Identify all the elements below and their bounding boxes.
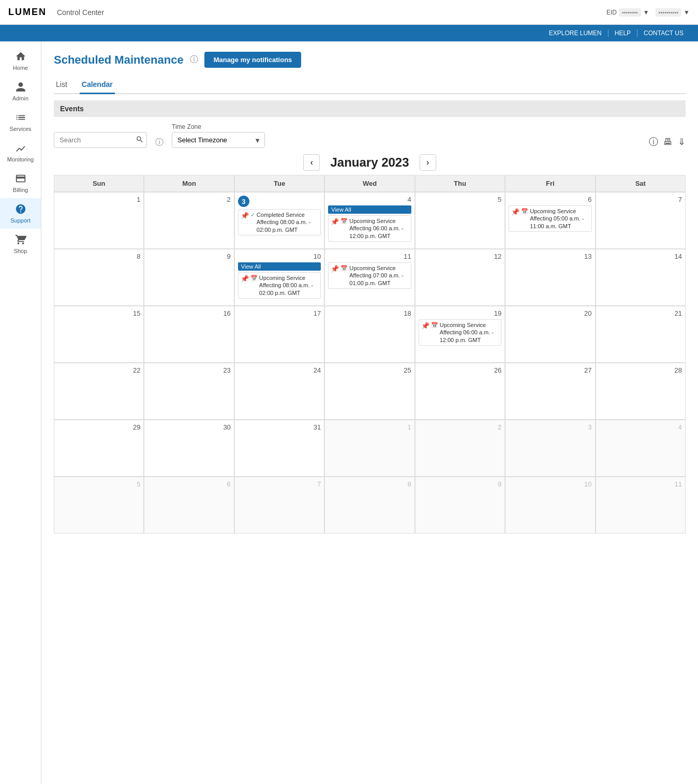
home-icon xyxy=(15,51,26,63)
calendar-cell: 10View All📌📅Upcoming Service Affecting 0… xyxy=(234,249,324,306)
sidebar-item-label: Services xyxy=(9,126,31,132)
day-number: 13 xyxy=(509,253,591,260)
prev-month-button[interactable]: ‹ xyxy=(303,154,320,171)
calendar-cell: 23 xyxy=(144,363,234,420)
timezone-select-wrap: Select Timezone ▼ xyxy=(172,132,265,148)
timezone-label: Time Zone xyxy=(172,123,265,130)
calendar-month-title: January 2023 xyxy=(330,155,409,170)
help-icon-button[interactable]: ⓘ xyxy=(649,136,658,148)
day-number: 9 xyxy=(419,480,501,488)
calendar-event[interactable]: 📌✓Completed Service Affecting 08:00 a.m.… xyxy=(238,209,321,235)
sidebar-item-label: Home xyxy=(13,65,28,71)
calendar-cell: 7 xyxy=(596,192,686,249)
view-all-button[interactable]: View All xyxy=(328,205,411,214)
day-number: 5 xyxy=(419,196,501,203)
layout: Home Admin Services Monitoring Billing xyxy=(0,41,698,784)
calendar-day-header: Sat xyxy=(596,175,686,192)
sidebar-item-billing[interactable]: Billing xyxy=(0,168,41,198)
calendar-week: 123📌✓Completed Service Affecting 08:00 a… xyxy=(54,192,686,249)
calendar-cell: 5 xyxy=(415,192,505,249)
calendar-cell: 7 xyxy=(234,477,324,534)
sidebar-item-monitoring[interactable]: Monitoring xyxy=(0,137,41,168)
pin-icon: 📌 xyxy=(241,212,249,219)
event-text: Upcoming Service Affecting 05:00 a.m. - … xyxy=(530,208,589,230)
calendar-cell: 14 xyxy=(596,249,686,306)
calendar-cell: 1 xyxy=(324,420,414,477)
help-circle-icon[interactable]: ⓘ xyxy=(190,54,198,65)
day-number: 11 xyxy=(328,253,411,260)
tab-calendar[interactable]: Calendar xyxy=(80,76,115,94)
calendar-cell: 18 xyxy=(324,306,414,363)
calendar-cell: 10 xyxy=(505,477,595,534)
calendar-cell: 27 xyxy=(505,363,595,420)
manage-notifications-button[interactable]: Manage my notifications xyxy=(204,52,302,68)
day-number: 15 xyxy=(57,309,140,317)
calendar-cell: 26 xyxy=(415,363,505,420)
calendar-day-header: Thu xyxy=(415,175,505,192)
search-button[interactable] xyxy=(136,135,144,145)
sidebar-item-shop[interactable]: Shop xyxy=(0,229,41,259)
sidebar-item-services[interactable]: Services xyxy=(0,107,41,137)
calendar-cell: 3📌✓Completed Service Affecting 08:00 a.m… xyxy=(234,192,324,249)
info-icon-button[interactable]: ⓘ xyxy=(155,137,164,148)
sidebar-item-admin[interactable]: Admin xyxy=(0,76,41,107)
day-number: 9 xyxy=(147,253,230,260)
logo: LUMEN xyxy=(8,7,47,18)
account-block[interactable]: •••••••••• ▼ xyxy=(656,8,690,17)
calendar-cell: 8 xyxy=(54,249,144,306)
top-right: EID •••••••• ▼ •••••••••• ▼ xyxy=(606,8,690,17)
calendar-cell: 21 xyxy=(596,306,686,363)
calendar-day-header: Wed xyxy=(324,175,414,192)
eid-chevron-icon: ▼ xyxy=(643,9,649,16)
calendar-event[interactable]: 📌📅Upcoming Service Affecting 08:00 a.m. … xyxy=(238,272,321,299)
contact-us-link[interactable]: CONTACT US xyxy=(637,29,690,37)
download-icon-button[interactable]: ⇓ xyxy=(678,136,686,147)
event-text: Upcoming Service Affecting 07:00 a.m. - … xyxy=(349,264,408,287)
day-number: 2 xyxy=(147,196,230,203)
explore-lumen-link[interactable]: EXPLORE LUMEN xyxy=(543,29,608,37)
monitoring-icon xyxy=(15,142,26,155)
top-bar: LUMEN Control Center EID •••••••• ▼ ••••… xyxy=(0,0,698,25)
day-number: 8 xyxy=(328,480,411,488)
event-text: Upcoming Service Affecting 08:00 a.m. - … xyxy=(259,274,318,297)
event-text: Upcoming Service Affecting 06:00 a.m. - … xyxy=(349,217,408,240)
calendar-week: 567891011 xyxy=(54,477,686,534)
calendar-cell: 20 xyxy=(505,306,595,363)
day-number: 1 xyxy=(328,423,411,431)
tab-list[interactable]: List xyxy=(54,76,69,94)
view-all-button[interactable]: View All xyxy=(238,262,321,271)
calendar-cell: 15 xyxy=(54,306,144,363)
calendar-cell: 6 xyxy=(144,477,234,534)
calendar-cell: 11📌📅Upcoming Service Affecting 07:00 a.m… xyxy=(324,249,414,306)
sidebar-item-label: Monitoring xyxy=(7,156,34,162)
account-value: •••••••••• xyxy=(656,8,682,17)
calendar-event[interactable]: 📌📅Upcoming Service Affecting 05:00 a.m. … xyxy=(509,205,591,232)
day-number: 6 xyxy=(509,196,591,203)
calendar-icon: 📅 xyxy=(340,218,348,225)
calendar-cell: 24 xyxy=(234,363,324,420)
calendar-event[interactable]: 📌📅Upcoming Service Affecting 07:00 a.m. … xyxy=(328,262,411,289)
sidebar-item-support[interactable]: Support xyxy=(0,198,41,229)
calendar-event[interactable]: 📌📅Upcoming Service Affecting 06:00 a.m. … xyxy=(328,215,411,242)
calendar-cell: 30 xyxy=(144,420,234,477)
print-icon-button[interactable]: 🖶 xyxy=(663,137,673,147)
calendar-cell: 19📌📅Upcoming Service Affecting 06:00 a.m… xyxy=(415,306,505,363)
page-title: Scheduled Maintenance xyxy=(54,53,184,67)
billing-icon xyxy=(15,173,26,185)
calendar-cell: 9 xyxy=(144,249,234,306)
day-number: 5 xyxy=(57,480,140,488)
search-input[interactable] xyxy=(54,132,147,148)
calendar-week: 8910View All📌📅Upcoming Service Affecting… xyxy=(54,249,686,306)
help-link[interactable]: HELP xyxy=(608,29,637,37)
calendar-day-header: Tue xyxy=(234,175,324,192)
sidebar-item-home[interactable]: Home xyxy=(0,46,41,76)
today-badge: 3 xyxy=(238,196,249,207)
calendar-icon: 📅 xyxy=(431,322,438,329)
calendar-cell: 9 xyxy=(415,477,505,534)
eid-block[interactable]: EID •••••••• ▼ xyxy=(606,8,649,17)
timezone-select[interactable]: Select Timezone xyxy=(172,132,265,148)
day-number: 7 xyxy=(238,480,321,488)
calendar-event[interactable]: 📌📅Upcoming Service Affecting 06:00 a.m. … xyxy=(419,319,501,346)
next-month-button[interactable]: › xyxy=(420,154,436,171)
calendar-cell: 5 xyxy=(54,477,144,534)
